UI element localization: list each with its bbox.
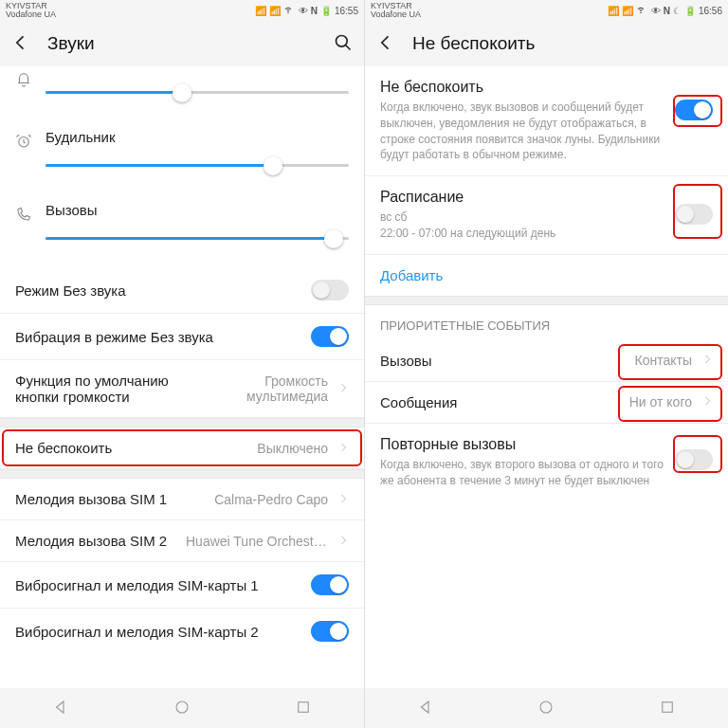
- schedule-label: Расписание: [380, 189, 665, 206]
- signal-icon: 📶: [622, 6, 633, 16]
- nav-home[interactable]: [173, 699, 191, 719]
- screen-sounds: KYIVSTAR Vodafone UA 📶 📶 👁 N 🔋 16:55 Зву…: [0, 0, 364, 728]
- row-volume-key[interactable]: Функция по умолчанию кнопки громкости Гр…: [0, 360, 364, 418]
- status-bar: KYIVSTAR Vodafone UA 📶 📶 👁 N 🔋 16:55: [0, 0, 364, 21]
- bell-icon: [15, 66, 46, 90]
- moon-icon: ☾: [673, 6, 682, 16]
- page-title: Не беспокоить: [412, 33, 717, 54]
- app-bar: Звуки: [0, 21, 364, 66]
- status-time: 16:55: [335, 6, 358, 16]
- screen-dnd: KYIVSTAR Vodafone UA 📶 📶 👁 N ☾ 🔋 16:56 Н…: [364, 0, 728, 728]
- svg-rect-3: [299, 701, 309, 712]
- repeat-calls-label: Повторные вызовы: [380, 436, 665, 453]
- nav-back[interactable]: [52, 699, 69, 719]
- wifi-icon: [636, 5, 646, 16]
- vibrate-sim2-toggle[interactable]: [311, 621, 349, 642]
- row-add-schedule[interactable]: Добавить: [365, 255, 728, 296]
- eye-icon: 👁: [651, 6, 661, 16]
- nav-back[interactable]: [417, 699, 434, 719]
- row-vibrate-silent[interactable]: Вибрация в режиме Без звука: [0, 314, 364, 360]
- sim1-label: Мелодия вызова SIM 1: [15, 491, 205, 507]
- add-schedule-link[interactable]: Добавить: [380, 267, 443, 283]
- priority-msgs-value: Ни от кого: [629, 394, 692, 410]
- signal-icon: 📶: [608, 6, 619, 16]
- chevron-right-icon: [337, 492, 349, 507]
- app-bar: Не беспокоить: [365, 21, 728, 66]
- nfc-icon: N: [311, 6, 318, 16]
- slider-call[interactable]: Вызовы: [0, 185, 364, 267]
- svg-rect-5: [663, 701, 673, 712]
- battery-icon: 🔋: [320, 6, 332, 16]
- carrier-2: Vodafone UA: [6, 10, 56, 19]
- row-repeat-calls[interactable]: Повторные вызовы Когда включено, звук вт…: [365, 424, 728, 501]
- dnd-master-label: Не беспокоить: [380, 79, 665, 96]
- row-sim2-ringtone[interactable]: Мелодия вызова SIM 2 Huawei Tune Orchest…: [0, 520, 364, 562]
- silent-mode-label: Режим Без звука: [15, 282, 301, 299]
- row-do-not-disturb[interactable]: Не беспокоить Выключено: [0, 428, 364, 469]
- dnd-master-desc: Когда включено, звук вызовов и сообщений…: [380, 100, 665, 163]
- priority-calls-value: Контакты: [635, 353, 692, 368]
- priority-calls-label: Вызовы: [380, 353, 626, 369]
- dnd-label: Не беспокоить: [15, 440, 247, 456]
- chevron-right-icon: [701, 353, 713, 368]
- nav-bar: [0, 688, 364, 728]
- row-priority-messages[interactable]: Сообщения Ни от кого: [365, 382, 728, 424]
- alarm-icon: [15, 129, 46, 153]
- vibrate-silent-label: Вибрация в режиме Без звука: [15, 329, 301, 345]
- search-button[interactable]: [334, 33, 353, 55]
- slider-alarm-label: Будильник: [46, 129, 349, 145]
- back-button[interactable]: [376, 33, 395, 55]
- chevron-right-icon: [337, 534, 349, 549]
- carrier-2: Vodafone UA: [371, 10, 421, 19]
- content-dnd: Не беспокоить Когда включено, звук вызов…: [365, 66, 728, 688]
- slider-media[interactable]: Мелодии: [0, 66, 364, 112]
- page-title: Звуки: [47, 33, 317, 54]
- slider-media-label: Мелодии: [46, 66, 349, 72]
- schedule-days: вс сб: [380, 209, 665, 226]
- chevron-right-icon: [701, 394, 713, 410]
- section-priority-events: ПРИОРИТЕТНЫЕ СОБЫТИЯ: [365, 305, 728, 340]
- slider-alarm[interactable]: Будильник: [0, 112, 364, 185]
- status-bar: KYIVSTAR Vodafone UA 📶 📶 👁 N ☾ 🔋 16:56: [365, 0, 728, 21]
- row-sim1-ringtone[interactable]: Мелодия вызова SIM 1 Calma-Pedro Capo: [0, 479, 364, 520]
- vibrate-silent-toggle[interactable]: [311, 326, 349, 347]
- dnd-master-toggle[interactable]: [675, 100, 713, 120]
- svg-point-4: [540, 701, 552, 713]
- volume-key-value: Громкость мультимедиа: [224, 373, 328, 404]
- content-sounds: Мелодии Будильник Вызовы: [0, 66, 364, 688]
- schedule-toggle[interactable]: [675, 204, 713, 225]
- battery-icon: 🔋: [684, 6, 696, 16]
- svg-point-0: [337, 35, 348, 46]
- row-vibrate-sim1[interactable]: Вибросигнал и мелодия SIM-карты 1: [0, 562, 364, 609]
- sim1-value: Calma-Pedro Capo: [214, 492, 328, 507]
- repeat-calls-toggle[interactable]: [675, 449, 713, 470]
- signal-icon: 📶: [255, 6, 266, 16]
- sim2-value: Huawei Tune Orchestral: [186, 534, 328, 549]
- eye-icon: 👁: [299, 6, 308, 16]
- chevron-right-icon: [337, 381, 349, 396]
- nav-home[interactable]: [537, 699, 555, 719]
- slider-call-label: Вызовы: [46, 202, 349, 218]
- back-button[interactable]: [11, 33, 30, 55]
- row-priority-calls[interactable]: Вызовы Контакты: [365, 340, 728, 382]
- vibrate-sim2-label: Вибросигнал и мелодия SIM-карты 2: [15, 624, 301, 640]
- dnd-value: Выключено: [257, 441, 328, 456]
- row-schedule[interactable]: Расписание вс сб 22:00 - 07:00 на следую…: [365, 176, 728, 255]
- signal-icon: 📶: [269, 6, 281, 16]
- row-silent-mode[interactable]: Режим Без звука: [0, 267, 364, 314]
- slider-media-track[interactable]: [46, 82, 349, 104]
- volume-key-label: Функция по умолчанию кнопки громкости: [15, 373, 214, 405]
- priority-msgs-label: Сообщения: [380, 394, 620, 410]
- phone-icon: [15, 202, 46, 226]
- vibrate-sim1-label: Вибросигнал и мелодия SIM-карты 1: [15, 577, 301, 593]
- slider-call-track[interactable]: [46, 228, 349, 250]
- row-vibrate-sim2[interactable]: Вибросигнал и мелодия SIM-карты 2: [0, 609, 364, 654]
- silent-mode-toggle[interactable]: [311, 280, 349, 300]
- chevron-right-icon: [337, 441, 349, 456]
- vibrate-sim1-toggle[interactable]: [311, 574, 349, 595]
- nav-recent[interactable]: [659, 699, 676, 719]
- row-dnd-master[interactable]: Не беспокоить Когда включено, звук вызов…: [365, 66, 728, 176]
- nav-recent[interactable]: [295, 699, 312, 719]
- schedule-time: 22:00 - 07:00 на следующий день: [380, 226, 665, 242]
- slider-alarm-track[interactable]: [46, 155, 349, 177]
